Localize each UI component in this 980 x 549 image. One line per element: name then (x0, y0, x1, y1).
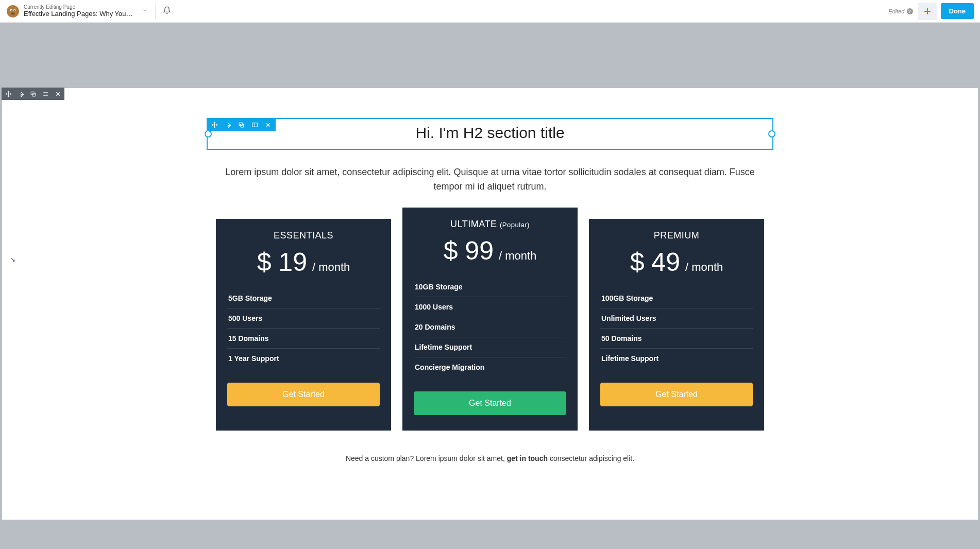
price-amount: $ 19 (257, 247, 307, 277)
close-icon[interactable] (54, 90, 61, 97)
divider (155, 3, 156, 20)
feature-item: 1 Year Support (227, 349, 380, 368)
feature-item: Concierge Migration (414, 357, 566, 377)
pricing-card[interactable]: PREMIUM $ 49/ month100GB StorageUnlimite… (589, 219, 764, 431)
pricing-card[interactable]: ESSENTIALS $ 19/ month5GB Storage500 Use… (216, 219, 391, 431)
price-line: $ 99/ month (414, 236, 566, 266)
feature-item: Unlimited Users (600, 308, 753, 329)
feature-list: 5GB Storage500 Users15 Domains1 Year Sup… (227, 288, 380, 368)
price-amount: $ 49 (630, 247, 680, 277)
plan-sub: (Popular) (500, 221, 530, 229)
section-lead[interactable]: Lorem ipsum dolor sit amet, consectetur … (207, 165, 773, 194)
move-icon[interactable] (5, 90, 12, 97)
svg-point-3 (11, 9, 12, 10)
footer-note[interactable]: Need a custom plan? Lorem ipsum dolor si… (207, 454, 773, 462)
plan-name: PREMIUM (600, 230, 753, 241)
footer-link[interactable]: get in touch (507, 454, 548, 462)
page-title: Effective Landing Pages: Why You Ne... (24, 10, 134, 18)
feature-item: 5GB Storage (227, 288, 380, 308)
footer-pre: Need a custom plan? Lorem ipsum dolor si… (346, 454, 507, 462)
svg-point-0 (7, 5, 19, 18)
feature-item: 1000 Users (414, 297, 566, 317)
beaver-logo-icon (6, 5, 20, 18)
copy-icon[interactable] (238, 121, 245, 128)
columns-icon[interactable] (251, 121, 258, 128)
row-container[interactable]: ↘ Hi. I'm H2 section title Lorem ipsum d… (2, 88, 978, 520)
help-icon[interactable]: ? (907, 8, 913, 14)
wrench-icon[interactable] (17, 90, 24, 97)
feature-item: 50 Domains (600, 329, 753, 349)
feature-item: 100GB Storage (600, 288, 753, 308)
chevron-down-icon[interactable] (142, 7, 148, 15)
copy-icon[interactable] (29, 90, 37, 97)
module-toolbar (207, 118, 276, 131)
price-line: $ 49/ month (600, 247, 753, 277)
feature-item: 10GB Storage (414, 277, 566, 297)
svg-point-5 (11, 12, 15, 14)
reply-arrow-icon: ↘ (10, 256, 15, 263)
feature-item: 500 Users (227, 308, 380, 329)
editor-canvas: ↘ Hi. I'm H2 section title Lorem ipsum d… (0, 23, 980, 549)
add-button[interactable] (918, 3, 937, 20)
plan-name: ESSENTIALS (227, 230, 380, 241)
get-started-button[interactable]: Get Started (414, 391, 566, 415)
row-toolbar (2, 88, 64, 100)
feature-list: 100GB StorageUnlimited Users50 DomainsLi… (600, 288, 753, 368)
page-title-block[interactable]: Currently Editing Page Effective Landing… (24, 4, 134, 18)
plan-name: ULTIMATE (Popular) (414, 219, 566, 230)
svg-point-4 (14, 9, 15, 10)
feature-item: 15 Domains (227, 329, 380, 349)
heading-module-selected[interactable]: Hi. I'm H2 section title (207, 118, 773, 150)
feature-item: Lifetime Support (414, 337, 566, 357)
content-inner: Hi. I'm H2 section title Lorem ipsum dol… (207, 118, 773, 462)
bell-icon[interactable] (163, 6, 171, 16)
pricing-card[interactable]: ULTIMATE (Popular)$ 99/ month10GB Storag… (402, 208, 578, 431)
menu-icon[interactable] (42, 90, 49, 97)
price-period: / month (312, 261, 350, 274)
feature-item: 20 Domains (414, 317, 566, 337)
price-period: / month (685, 261, 723, 274)
editing-label: Currently Editing Page (24, 4, 134, 10)
price-amount: $ 99 (444, 236, 494, 266)
wrench-icon[interactable] (224, 121, 231, 128)
footer-post: consectetur adipiscing elit. (548, 454, 634, 462)
done-button[interactable]: Done (941, 3, 974, 19)
move-icon[interactable] (211, 121, 218, 128)
feature-item: Lifetime Support (600, 349, 753, 368)
close-icon[interactable] (264, 121, 272, 128)
edited-status: Edited ? (888, 8, 913, 14)
pricing-row: ESSENTIALS $ 19/ month5GB Storage500 Use… (207, 219, 773, 431)
get-started-button[interactable]: Get Started (227, 383, 380, 406)
section-heading[interactable]: Hi. I'm H2 section title (214, 124, 766, 142)
price-line: $ 19/ month (227, 247, 380, 277)
get-started-button[interactable]: Get Started (600, 383, 753, 406)
editor-topbar: Currently Editing Page Effective Landing… (0, 0, 980, 23)
feature-list: 10GB Storage1000 Users20 DomainsLifetime… (414, 277, 566, 377)
price-period: / month (499, 249, 536, 263)
